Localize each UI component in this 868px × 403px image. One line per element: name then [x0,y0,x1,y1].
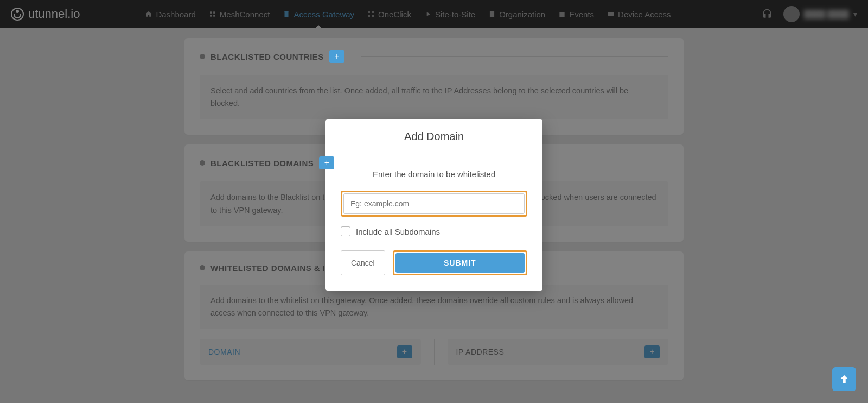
modal-header: Add Domain [326,119,542,154]
checkbox-icon[interactable] [341,226,350,236]
modal-prompt: Enter the domain to be whitelisted [341,169,527,179]
scroll-top-button[interactable] [832,367,856,391]
submit-button[interactable]: SUBMIT [395,253,525,273]
add-blacklist-domain-button[interactable]: + [319,156,334,169]
subdomain-checkbox-row[interactable]: Include all Subdomains [341,226,527,236]
submit-highlight: SUBMIT [393,250,527,275]
add-country-button[interactable]: + [329,50,344,63]
checkbox-label: Include all Subdomains [356,227,440,236]
domain-input[interactable] [343,193,525,214]
arrow-up-icon [838,373,850,385]
cancel-button[interactable]: Cancel [341,250,385,275]
modal-overlay[interactable]: Add Domain Enter the domain to be whitel… [0,0,868,403]
add-domain-modal: Add Domain Enter the domain to be whitel… [326,119,542,291]
modal-title: Add Domain [336,130,532,143]
input-highlight [341,191,527,217]
